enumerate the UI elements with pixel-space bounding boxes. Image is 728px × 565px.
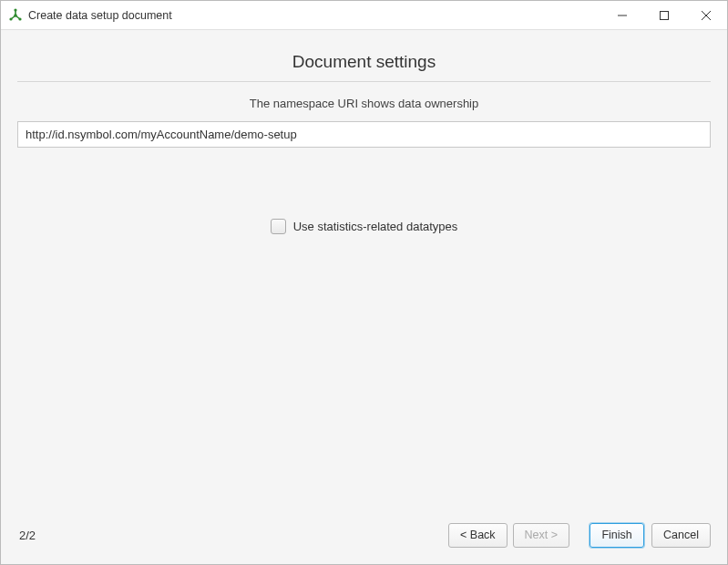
content-area: Document settings The namespace URI show… — [1, 30, 727, 511]
page-heading: Document settings — [17, 52, 711, 72]
footer-buttons: < Back Next > Finish Cancel — [448, 523, 711, 548]
next-button: Next > — [513, 523, 569, 548]
maximize-button[interactable] — [643, 1, 685, 29]
statistics-datatypes-checkbox[interactable] — [271, 219, 286, 234]
titlebar: Create data setup document — [1, 1, 727, 30]
window-controls — [601, 1, 727, 29]
divider — [17, 81, 711, 82]
statistics-datatypes-label: Use statistics-related datatypes — [293, 220, 458, 233]
window-title: Create data setup document — [28, 9, 601, 22]
svg-point-3 — [14, 8, 16, 11]
minimize-button[interactable] — [601, 1, 643, 29]
footer: 2/2 < Back Next > Finish Cancel — [1, 511, 727, 564]
svg-point-6 — [14, 14, 17, 17]
namespace-uri-input[interactable] — [17, 121, 711, 148]
svg-rect-8 — [661, 11, 669, 19]
back-button[interactable]: < Back — [448, 523, 508, 548]
close-button[interactable] — [685, 1, 727, 29]
app-icon — [8, 8, 23, 23]
page-subheading: The namespace URI shows data ownership — [17, 97, 711, 110]
checkbox-row: Use statistics-related datatypes — [17, 219, 711, 234]
svg-point-5 — [9, 17, 12, 20]
finish-button[interactable]: Finish — [590, 523, 644, 548]
page-indicator: 2/2 — [19, 529, 36, 542]
svg-point-4 — [18, 17, 21, 20]
cancel-button[interactable]: Cancel — [651, 523, 711, 548]
